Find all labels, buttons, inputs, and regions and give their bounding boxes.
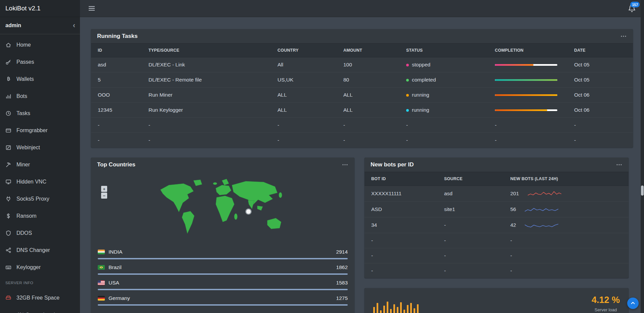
zoom-out-button[interactable]: − — [101, 193, 107, 199]
sidebar-item-keylogger[interactable]: Keylogger — [0, 259, 80, 276]
table-header-row: ID TYPE/SOURCE COUNTRY AMOUNT STATUS COM… — [91, 44, 633, 57]
sidebar-item-label: Webinject — [16, 145, 40, 151]
list-item: Germany 1275 — [98, 295, 348, 306]
task-id: - — [91, 118, 145, 133]
top-countries-card: Top Countries — [91, 158, 354, 313]
status-dot — [406, 79, 409, 82]
task-date: Oct 06 — [571, 88, 633, 103]
table-row: - - - — [364, 233, 629, 248]
status-dot — [406, 94, 409, 97]
shield-icon — [5, 230, 11, 236]
country-name: USA — [109, 280, 336, 286]
sidebar-item-ddos[interactable]: DDOS — [0, 224, 80, 242]
column-header: TYPE/SOURCE — [145, 44, 274, 57]
table-row: 12345 Run Keylogger ALL ALL running Oct … — [91, 103, 633, 118]
table-header-row: BOT ID SOURCE NEW BOTS (LAST 24H) — [364, 172, 629, 186]
task-country: ALL — [274, 88, 340, 103]
usa-flag-icon — [98, 280, 105, 285]
sidebar-item-label: Wallets — [16, 76, 34, 82]
sidebar-item-tasks[interactable]: Tasks — [0, 105, 80, 122]
sidebar-item-label: Miner — [16, 162, 30, 168]
sidebar-item-miner[interactable]: Miner — [0, 156, 80, 173]
new-bots-card: New bots per ID BOT ID SOURCE NEW BOTS (… — [364, 158, 629, 278]
sidebar-item-home[interactable]: Home — [0, 36, 80, 53]
sidebar-item-label: Passes — [16, 59, 34, 65]
bot-new-count: 201 — [507, 186, 629, 202]
top-countries-menu-button[interactable] — [342, 161, 348, 168]
country-value: 1583 — [336, 280, 348, 286]
column-header: DATE — [571, 44, 633, 57]
keyboard-icon — [5, 264, 11, 270]
new-bots-title: New bots per ID — [371, 161, 414, 168]
new-bots-menu-button[interactable] — [616, 161, 622, 168]
notifications-button[interactable]: 157 — [628, 4, 636, 12]
sidebar-item-ransom[interactable]: Ransom — [0, 207, 80, 224]
notification-count-badge: 157 — [630, 2, 640, 7]
task-amount: ALL — [340, 103, 403, 118]
scroll-to-top-button[interactable] — [627, 298, 639, 309]
brazil-flag-icon — [98, 265, 105, 270]
bot-source: - — [441, 248, 507, 263]
bot-source: site1 — [441, 202, 507, 217]
user-panel[interactable]: admin ‹ — [0, 17, 80, 34]
bot-new-count: 56 — [507, 202, 629, 217]
zoom-in-button[interactable]: + — [101, 186, 107, 192]
sidebar-item-webinject[interactable]: Webinject — [0, 139, 80, 156]
task-id: 12345 — [91, 103, 145, 118]
table-row: - - - — [364, 263, 629, 278]
credit-card-icon — [5, 127, 11, 134]
sidebar-item-bots[interactable]: Bots — [0, 88, 80, 105]
column-header: NEW BOTS (LAST 24H) — [507, 172, 629, 186]
sidebar-item-socks5-proxy[interactable]: Socks5 Proxy — [0, 190, 80, 207]
world-map[interactable] — [151, 175, 295, 244]
clock-icon — [5, 110, 11, 116]
scrollbar-track[interactable] — [641, 0, 644, 313]
monitor-icon — [5, 179, 11, 185]
sidebar-item-dns-changer[interactable]: DNS Changer — [0, 242, 80, 259]
sidebar-item-label: Formgrabber — [16, 127, 47, 134]
sidebar-item-passes[interactable]: Passes — [0, 53, 80, 70]
user-name: admin — [5, 22, 21, 29]
country-name: Germany — [109, 295, 336, 301]
chart-bars-icon — [5, 93, 11, 99]
task-status: - — [403, 118, 491, 133]
sidebar-item-hidden-vnc[interactable]: Hidden VNC — [0, 173, 80, 190]
table-row: 34 - 42 — [364, 217, 629, 233]
task-date: Oct 06 — [571, 103, 633, 118]
task-type: Run Keylogger — [145, 103, 274, 118]
bot-id: - — [364, 263, 441, 278]
sidebar-nav: Home Passes Wallets Bots Tasks Formgrabb… — [0, 34, 80, 276]
country-bar — [98, 258, 348, 259]
scrollbar-thumb[interactable] — [641, 186, 644, 196]
task-completion: - — [491, 118, 571, 133]
home-icon — [5, 42, 11, 48]
sidebar-toggle-button[interactable] — [88, 5, 95, 12]
brand-link[interactable]: LokiBot v2.1 — [0, 0, 80, 17]
bot-new-count: - — [507, 233, 629, 248]
progress-bar — [495, 64, 557, 66]
table-row: XXXXX11111 asd 201 — [364, 186, 629, 202]
sparkline-chart — [528, 190, 561, 197]
map-marker[interactable] — [246, 209, 251, 214]
pickaxe-icon — [5, 162, 11, 168]
content: Running Tasks ID TYPE/SOURCE COUNTRY AMO… — [80, 17, 644, 313]
server-info-section-label: SERVER INFO — [0, 276, 80, 287]
column-header: COMPLETION — [491, 44, 571, 57]
sidebar-item-server-load[interactable]: 4% Server Load — [0, 306, 80, 313]
topbar: 157 — [80, 0, 644, 17]
chevron-left-icon[interactable]: ‹ — [73, 22, 75, 29]
running-tasks-menu-button[interactable] — [620, 33, 627, 40]
server-load-label: Server load — [595, 307, 617, 312]
sidebar-item-wallets[interactable]: Wallets — [0, 70, 80, 88]
server-load-card: 4.12 % Server load — [364, 288, 629, 313]
bot-id: - — [364, 248, 441, 263]
sidebar-item-label: DDOS — [16, 230, 32, 236]
bot-id: ASD — [364, 202, 441, 217]
bot-source: - — [441, 217, 507, 233]
sidebar-item-free-space[interactable]: 32GB Free Space — [0, 289, 80, 306]
bot-id: - — [364, 233, 441, 248]
task-type: DL/EXEC - Remote file — [145, 72, 274, 88]
sidebar-item-formgrabber[interactable]: Formgrabber — [0, 122, 80, 139]
task-amount: - — [340, 133, 403, 148]
map-zoom-control: + − — [101, 186, 107, 199]
